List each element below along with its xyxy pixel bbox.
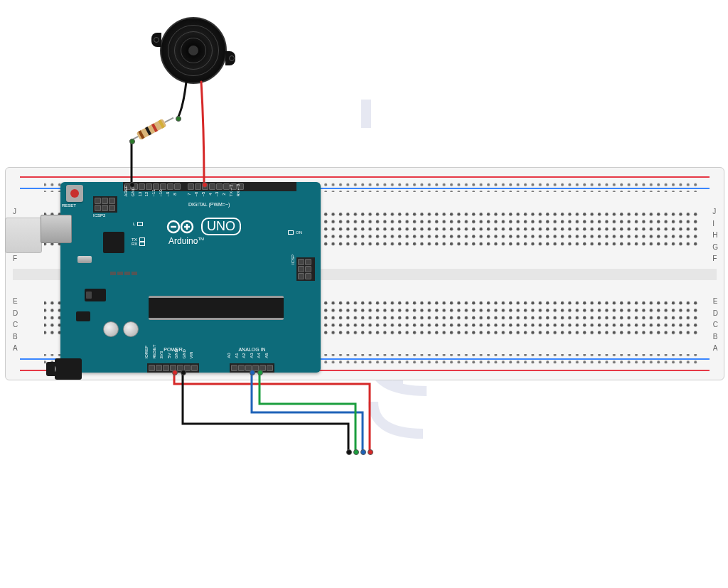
smd-switch [85,289,106,301]
pin-8 [174,183,181,190]
icsp-label: ICSP [291,255,295,264]
endpoint-a2 [250,370,255,375]
endpoint-res-a [176,116,181,122]
usb-port[interactable] [41,215,72,243]
digital-section-label: DIGITAL (PWM=~) [188,202,230,207]
endpoint-sr04-gnd [346,449,352,455]
capacitor-2 [123,321,139,337]
pin-13 [139,183,145,190]
power-jack[interactable] [55,358,82,380]
ic-atmega16u2 [103,232,124,253]
wire-a3-echo [259,373,355,451]
led-l [137,222,143,226]
arduino-brand-label: ArduinoTM [168,236,204,246]
wire-buzzer-neg [178,82,186,118]
crystal-oscillator [77,256,92,263]
endpoint-sr04-trig [360,449,366,455]
endpoint-dgnd [129,182,135,188]
reset-label: RESET [62,203,76,208]
resistor-band-3 [151,123,158,132]
resistor-band-4 [158,119,164,128]
resistor-band-1 [139,130,145,139]
endpoint-d8 [202,182,208,188]
endpoint-pgnd [181,370,186,375]
endpoint-sr04-echo [353,449,359,455]
pin-4 [209,183,215,190]
usb-cable [5,218,42,253]
icsp-header[interactable] [296,257,315,281]
pin-vin [191,365,198,371]
pin-a0 [231,365,237,371]
endpoint-sr04-vcc [368,449,373,455]
endpoint-a3 [257,370,263,375]
capacitor-1 [103,321,119,337]
arduino-uno-board: RESET ICSP2 AREF GND 13 12 ~11 ~10 ~9 8 … [60,182,321,373]
pin-3 [216,183,223,190]
pin-ioref [149,365,155,371]
wire-5v-vcc [174,373,370,451]
pin-9 [167,183,173,190]
resistor-band-2 [145,127,151,135]
pin-3v3 [163,365,169,371]
pin-6 [195,183,201,190]
pin-a1 [238,365,245,371]
arduino-logo: UNO [166,218,241,235]
pin-a5 [267,365,273,371]
resistor-lead-a [164,117,173,123]
pin-reset [156,365,162,371]
icsp2-label: ICSP2 [93,213,105,218]
resistor [127,125,176,134]
voltage-regulator [76,311,90,321]
reset-button[interactable] [66,185,83,202]
icsp2-header[interactable] [93,196,117,213]
wire-a2-trig [252,373,363,451]
pin-7 [188,183,194,190]
atmega328p-chip [149,296,284,320]
digital-header[interactable] [123,182,296,191]
endpoint-5v [172,370,178,375]
led-on [288,230,294,235]
wire-gnd-gnd [183,373,348,451]
led-rx [139,242,145,246]
piezo-buzzer [160,17,227,84]
endpoint-res-b [129,139,135,144]
